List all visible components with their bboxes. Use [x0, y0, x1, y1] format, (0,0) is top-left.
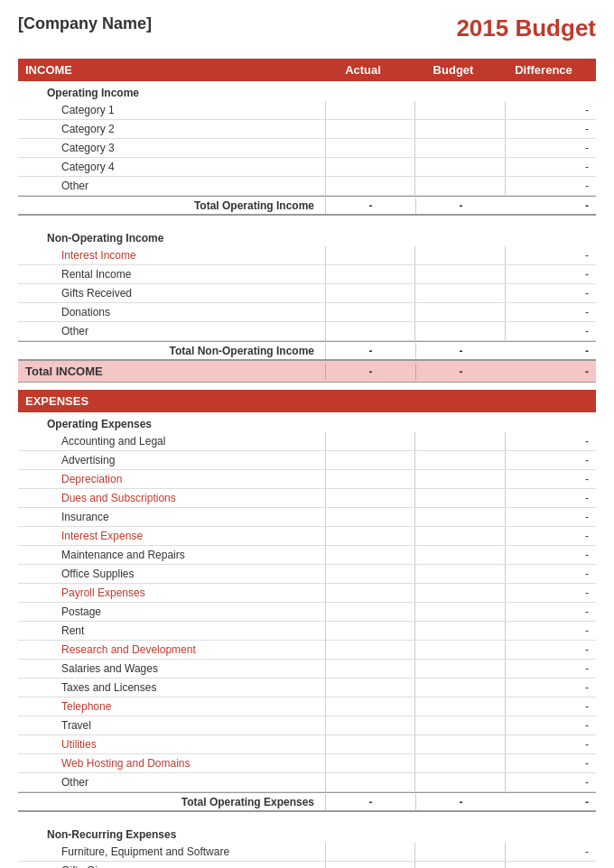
total-non-operating-income-row: Total Non-Operating Income - - -	[18, 341, 596, 361]
diff-cell: -	[506, 662, 596, 675]
actual-input-cell[interactable]	[325, 754, 415, 772]
row-label: Payroll Expenses	[18, 585, 325, 601]
actual-input-cell[interactable]	[325, 603, 415, 621]
actual-input-cell[interactable]	[325, 139, 415, 157]
actual-input-cell[interactable]	[325, 246, 415, 264]
actual-input-cell[interactable]	[325, 158, 415, 176]
actual-input-cell[interactable]	[325, 120, 415, 138]
grand-total-income-row: Total INCOME - - -	[18, 361, 596, 383]
operating-income-label: Operating Income	[18, 81, 596, 101]
budget-input-cell[interactable]	[415, 508, 506, 526]
actual-input-cell[interactable]	[325, 773, 415, 791]
actual-input-cell[interactable]	[325, 862, 415, 868]
budget-input-cell[interactable]	[415, 584, 506, 602]
budget-input-cell[interactable]	[415, 843, 506, 861]
non-operating-income-label: Non-Operating Income	[18, 226, 596, 246]
operating-expenses-label: Operating Expenses	[18, 412, 596, 432]
total-non-operating-income-label: Total Non-Operating Income	[18, 345, 325, 357]
expenses-label: EXPENSES	[25, 394, 589, 408]
diff-cell: -	[506, 738, 596, 751]
budget-input-cell[interactable]	[415, 660, 506, 678]
budget-input-cell[interactable]	[415, 565, 506, 583]
actual-input-cell[interactable]	[325, 641, 415, 659]
budget-input-cell[interactable]	[415, 754, 506, 772]
diff-cell: -	[506, 511, 596, 523]
total-actual: -	[325, 794, 415, 810]
budget-input-cell[interactable]	[415, 432, 506, 450]
row-label: Postage	[18, 604, 325, 620]
budget-input-cell[interactable]	[415, 546, 506, 564]
actual-input-cell[interactable]	[325, 451, 415, 469]
diff-cell: -	[506, 492, 596, 504]
table-row: Maintenance and Repairs -	[18, 546, 596, 565]
actual-input-cell[interactable]	[325, 527, 415, 545]
budget-input-cell[interactable]	[415, 679, 506, 697]
actual-input-cell[interactable]	[325, 101, 415, 119]
actual-input-cell[interactable]	[325, 735, 415, 753]
actual-input-cell[interactable]	[325, 565, 415, 583]
table-row: Rent -	[18, 622, 596, 641]
budget-input-cell[interactable]	[415, 527, 506, 545]
total-budget: -	[415, 343, 506, 359]
actual-input-cell[interactable]	[325, 716, 415, 734]
actual-input-cell[interactable]	[325, 265, 415, 283]
budget-input-cell[interactable]	[415, 139, 506, 157]
budget-input-cell[interactable]	[415, 622, 506, 640]
actual-input-cell[interactable]	[325, 622, 415, 640]
row-label: Category 2	[18, 121, 325, 137]
diff-cell: -	[506, 586, 596, 599]
actual-input-cell[interactable]	[325, 697, 415, 716]
actual-input-cell[interactable]	[325, 843, 415, 861]
budget-input-cell[interactable]	[415, 451, 506, 469]
budget-input-cell[interactable]	[415, 101, 506, 119]
diff-cell: -	[506, 161, 596, 173]
diff-cell: -	[506, 700, 596, 713]
actual-input-cell[interactable]	[325, 284, 415, 302]
budget-input-cell[interactable]	[415, 177, 506, 195]
actual-input-cell[interactable]	[325, 546, 415, 564]
actual-input-cell[interactable]	[325, 432, 415, 450]
budget-input-cell[interactable]	[415, 158, 506, 176]
budget-input-cell[interactable]	[415, 641, 506, 659]
actual-input-cell[interactable]	[325, 489, 415, 507]
table-row: Office Supplies -	[18, 565, 596, 584]
actual-input-cell[interactable]	[325, 584, 415, 602]
grand-total-diff: -	[506, 365, 596, 378]
budget-input-cell[interactable]	[415, 265, 506, 283]
row-label: Utilities	[18, 736, 325, 753]
budget-input-cell[interactable]	[415, 489, 506, 507]
actual-input-cell[interactable]	[325, 508, 415, 526]
budget-input-cell[interactable]	[415, 716, 506, 734]
budget-input-cell[interactable]	[415, 303, 506, 321]
income-section-header: INCOME Actual Budget Difference	[18, 59, 596, 81]
row-label: Advertising	[18, 452, 325, 468]
income-budget-header: Budget	[408, 63, 498, 77]
budget-input-cell[interactable]	[415, 470, 506, 488]
row-label: Other	[18, 323, 325, 339]
budget-input-cell[interactable]	[415, 284, 506, 302]
budget-input-cell[interactable]	[415, 862, 506, 868]
table-row: Gifts Given -	[18, 862, 596, 868]
diff-cell: -	[506, 435, 596, 448]
total-actual: -	[325, 343, 415, 359]
budget-input-cell[interactable]	[415, 603, 506, 621]
row-label: Dues and Subscriptions	[18, 490, 325, 506]
diff-cell: -	[506, 180, 596, 192]
actual-input-cell[interactable]	[325, 177, 415, 195]
row-label: Rental Income	[18, 266, 325, 282]
budget-input-cell[interactable]	[415, 120, 506, 138]
actual-input-cell[interactable]	[325, 660, 415, 678]
actual-input-cell[interactable]	[325, 322, 415, 340]
budget-input-cell[interactable]	[415, 322, 506, 340]
actual-input-cell[interactable]	[325, 303, 415, 321]
budget-input-cell[interactable]	[415, 246, 506, 264]
row-label: Maintenance and Repairs	[18, 547, 325, 563]
row-label: Category 1	[18, 102, 325, 118]
budget-input-cell[interactable]	[415, 697, 506, 716]
actual-input-cell[interactable]	[325, 679, 415, 697]
budget-input-cell[interactable]	[415, 773, 506, 791]
budget-input-cell[interactable]	[415, 735, 506, 753]
row-label: Other	[18, 178, 325, 194]
actual-input-cell[interactable]	[325, 470, 415, 488]
total-diff: -	[506, 199, 596, 212]
